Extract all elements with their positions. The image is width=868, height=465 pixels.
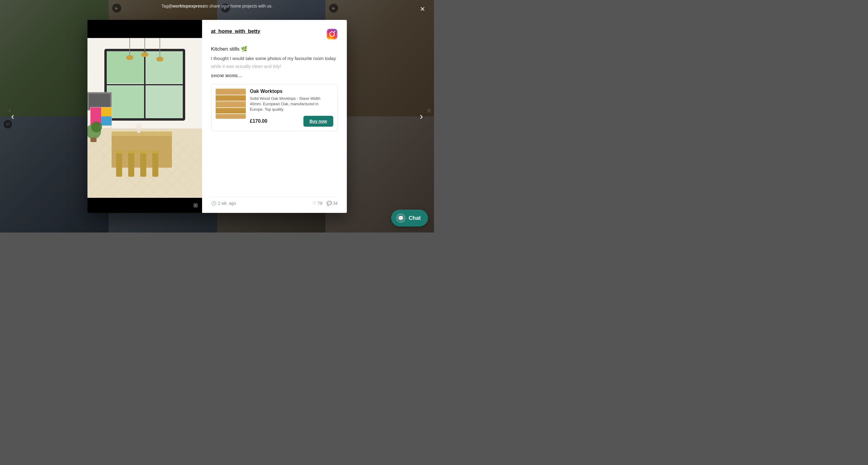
likes-stat: ♡ 78 bbox=[312, 201, 322, 206]
svg-rect-67 bbox=[216, 101, 246, 107]
top-bar: Tag @worktopexpress to share your home p… bbox=[0, 0, 434, 12]
modal-footer: 🕐 2 wk. ago ♡ 78 💬 34 bbox=[211, 196, 338, 206]
svg-rect-28 bbox=[146, 86, 183, 118]
svg-rect-32 bbox=[128, 153, 134, 177]
top-bar-text2: to share your home projects with us. bbox=[205, 4, 273, 8]
svg-point-49 bbox=[156, 57, 163, 62]
svg-rect-65 bbox=[216, 89, 246, 95]
svg-rect-34 bbox=[152, 153, 158, 177]
modal-image-panel: ⊞ bbox=[88, 20, 202, 213]
modal-caption-text1: I thought I would take some photos of my… bbox=[211, 55, 338, 62]
comment-icon: 💬 bbox=[327, 201, 332, 206]
svg-rect-69 bbox=[216, 114, 246, 119]
clock-icon: 🕐 bbox=[211, 201, 216, 206]
product-details: Oak Worktops Solid Wood Oak Worktops - S… bbox=[250, 89, 333, 127]
comments-stat: 💬 34 bbox=[327, 201, 338, 206]
modal-username[interactable]: at_home_with_betty bbox=[211, 28, 260, 34]
modal-content-panel: at_home_with_betty bbox=[202, 20, 347, 213]
modal-caption-title: Kitchen stills 🌿 bbox=[211, 46, 338, 52]
svg-rect-26 bbox=[146, 52, 183, 83]
modal-image-bottom-bar: ⊞ bbox=[88, 198, 202, 213]
svg-rect-31 bbox=[116, 153, 122, 177]
product-footer: £170.00 Buy now bbox=[250, 116, 333, 127]
svg-rect-54 bbox=[101, 116, 112, 125]
svg-rect-33 bbox=[140, 153, 146, 177]
product-price: £170.00 bbox=[250, 119, 268, 124]
svg-point-35 bbox=[114, 151, 124, 154]
svg-rect-30 bbox=[112, 131, 172, 136]
modal-image-top-bar bbox=[88, 20, 202, 38]
svg-rect-59 bbox=[91, 137, 96, 142]
top-bar-handle: @worktopexpress bbox=[168, 4, 205, 8]
modal-timestamp: 🕐 2 wk. ago bbox=[211, 201, 236, 206]
svg-rect-43 bbox=[89, 94, 110, 109]
modal-caption-text2: while it was actually clean and tidy! bbox=[211, 63, 338, 70]
svg-rect-25 bbox=[107, 52, 143, 83]
show-more-button[interactable]: SHOW MORE... bbox=[211, 73, 338, 78]
modal-kitchen-image bbox=[88, 38, 202, 198]
image-gallery-icon: ⊞ bbox=[193, 202, 198, 209]
nav-arrow-left[interactable]: ‹ bbox=[6, 110, 19, 123]
chat-button[interactable]: 💬 Chat bbox=[391, 210, 428, 226]
svg-rect-27 bbox=[107, 86, 143, 118]
svg-point-47 bbox=[126, 55, 133, 60]
product-description: Solid Wood Oak Worktops - Stave Width 40… bbox=[250, 96, 333, 113]
svg-point-62 bbox=[334, 31, 335, 32]
svg-point-58 bbox=[91, 122, 102, 132]
product-image bbox=[216, 89, 246, 119]
chat-icon: 💬 bbox=[396, 213, 406, 223]
buy-now-button[interactable]: Buy now bbox=[303, 116, 333, 127]
product-card: Oak Worktops Solid Wood Oak Worktops - S… bbox=[211, 84, 338, 131]
chat-label: Chat bbox=[409, 215, 421, 221]
svg-point-56 bbox=[136, 123, 142, 129]
product-name: Oak Worktops bbox=[250, 89, 333, 94]
svg-point-37 bbox=[138, 151, 148, 154]
instagram-icon[interactable] bbox=[326, 28, 338, 40]
svg-point-36 bbox=[126, 151, 136, 154]
svg-rect-53 bbox=[101, 107, 112, 116]
modal-stats: ♡ 78 💬 34 bbox=[312, 201, 338, 206]
heart-icon: ♡ bbox=[312, 201, 316, 206]
svg-point-38 bbox=[151, 151, 160, 154]
modal-header: at_home_with_betty bbox=[211, 28, 338, 40]
svg-point-48 bbox=[141, 52, 148, 57]
nav-arrow-right[interactable]: › bbox=[415, 110, 428, 123]
modal: ⊞ at_home_with_betty bbox=[88, 20, 347, 213]
top-bar-text1: Tag bbox=[161, 4, 168, 8]
close-button[interactable]: × bbox=[417, 4, 428, 14]
